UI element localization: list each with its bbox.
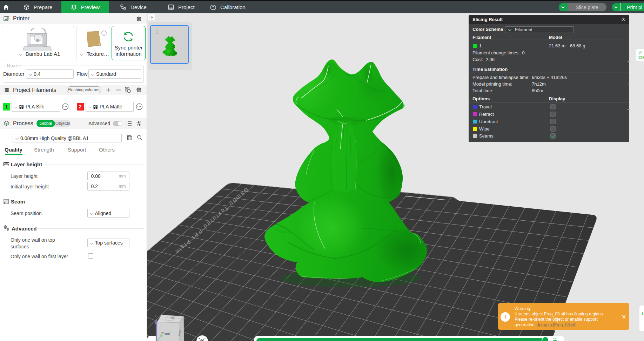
svg-text:Front: Front xyxy=(161,332,170,336)
svg-text:z: z xyxy=(155,314,157,318)
